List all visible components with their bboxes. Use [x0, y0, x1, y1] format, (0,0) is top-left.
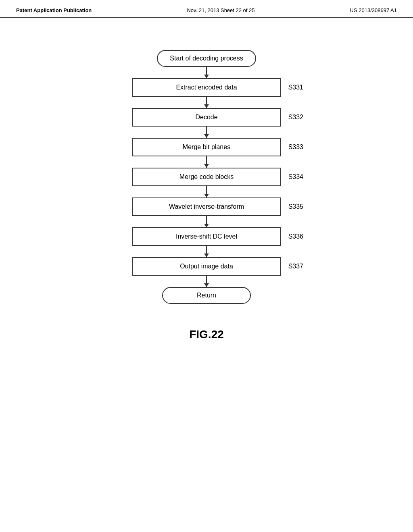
arrow-1 — [206, 97, 207, 108]
step-row-s331: Extract encoded data S331 — [132, 78, 281, 97]
step-label-s331: S331 — [288, 84, 303, 91]
arrow-5 — [206, 216, 207, 227]
process-box-s336: Inverse-shift DC level — [132, 227, 281, 246]
step-row-s332: Decode S332 — [132, 108, 281, 127]
flowchart: Start of decoding process Extract encode… — [132, 50, 281, 304]
step-label-s336: S336 — [288, 233, 303, 240]
page-header: Patent Application Publication Nov. 21, … — [0, 0, 413, 18]
header-center: Nov. 21, 2013 Sheet 22 of 25 — [187, 7, 254, 13]
arrow-3 — [206, 156, 207, 168]
arrow-7 — [206, 276, 207, 287]
process-box-s332: Decode — [132, 108, 281, 127]
process-box-s331: Extract encoded data — [132, 78, 281, 97]
step-row-s334: Merge code blocks S334 — [132, 168, 281, 186]
step-label-s332: S332 — [288, 114, 303, 121]
header-left: Patent Application Publication — [16, 7, 92, 13]
process-box-s335: Wavelet inverse-transform — [132, 197, 281, 216]
start-shape: Start of decoding process — [157, 50, 256, 67]
arrow-4 — [206, 186, 207, 197]
process-box-s337: Output image data — [132, 257, 281, 276]
arrow-2 — [206, 127, 207, 138]
process-box-s334: Merge code blocks — [132, 168, 281, 186]
step-row-s335: Wavelet inverse-transform S335 — [132, 197, 281, 216]
header-right: US 2013/308697 A1 — [350, 7, 397, 13]
end-shape: Return — [162, 287, 251, 304]
step-row-s333: Merge bit planes S333 — [132, 138, 281, 156]
step-label-s333: S333 — [288, 143, 303, 151]
step-row-s336: Inverse-shift DC level S336 — [132, 227, 281, 246]
step-label-s335: S335 — [288, 203, 303, 210]
process-box-s333: Merge bit planes — [132, 138, 281, 156]
step-label-s334: S334 — [288, 173, 303, 181]
step-label-s337: S337 — [288, 263, 303, 270]
arrow-6 — [206, 246, 207, 257]
arrow-0 — [206, 67, 207, 78]
step-row-s337: Output image data S337 — [132, 257, 281, 276]
diagram-area: Start of decoding process Extract encode… — [0, 18, 413, 341]
figure-caption: FIG.22 — [189, 328, 224, 341]
